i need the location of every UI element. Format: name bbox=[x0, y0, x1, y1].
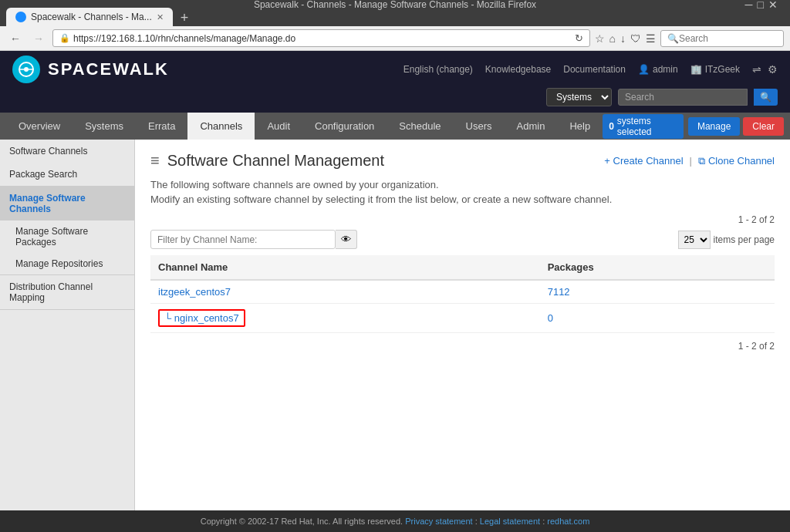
menu-icon[interactable]: ☰ bbox=[646, 32, 656, 45]
content-area: ≡ Software Channel Management + Create C… bbox=[135, 140, 790, 532]
systems-search-input[interactable] bbox=[618, 89, 748, 106]
browser-chrome: Spacewalk - Channels - Manage Software C… bbox=[0, 0, 790, 26]
close-icon[interactable]: ✕ bbox=[768, 0, 778, 11]
sidebar-item-software-channels[interactable]: Software Channels bbox=[0, 140, 134, 163]
legal-link[interactable]: Legal statement bbox=[480, 517, 540, 526]
filter-icon-button[interactable]: 👁 bbox=[336, 230, 357, 249]
items-per-page-select[interactable]: 25 bbox=[678, 231, 711, 249]
download-icon[interactable]: ↓ bbox=[620, 32, 626, 45]
footer: Copyright © 2002-17 Red Hat, Inc. All ri… bbox=[0, 510, 790, 532]
nav-errata[interactable]: Errata bbox=[136, 113, 187, 140]
systems-dropdown[interactable]: Systems bbox=[546, 88, 612, 106]
logo-icon bbox=[12, 56, 40, 83]
toolbar-icons: ☆ ⌂ ↓ 🛡 ☰ bbox=[595, 32, 656, 45]
pagination-bottom: 1 - 2 of 2 bbox=[150, 341, 775, 352]
shield-icon[interactable]: 🛡 bbox=[630, 32, 641, 45]
channel-packages-cell: 0 bbox=[540, 304, 775, 333]
language-link[interactable]: English (change) bbox=[403, 64, 473, 75]
browser-search-input[interactable] bbox=[679, 33, 771, 44]
tab-bar: Spacewalk - Channels - Ma... ✕ + bbox=[6, 8, 784, 26]
settings-icon[interactable]: ⚙ bbox=[768, 63, 778, 76]
privacy-link[interactable]: Privacy statement bbox=[405, 517, 472, 526]
manage-button[interactable]: Manage bbox=[688, 117, 740, 136]
systems-bar: Systems 🔍 bbox=[0, 88, 790, 113]
table-row: └ nginx_centos70 bbox=[150, 304, 775, 333]
nav-systems[interactable]: Systems bbox=[73, 113, 136, 140]
channel-packages-cell: 7112 bbox=[540, 280, 775, 304]
main-nav: Overview Systems Errata Channels Audit C… bbox=[0, 113, 790, 140]
org-name: 🏢 ITzGeek bbox=[690, 64, 740, 75]
channel-name-link[interactable]: itzgeek_centos7 bbox=[158, 286, 231, 298]
title-bar: Spacewalk - Channels - Manage Software C… bbox=[6, 5, 784, 8]
clone-channel-link[interactable]: ⧉ Clone Channel bbox=[698, 155, 775, 167]
sidebar-item-package-search[interactable]: Package Search bbox=[0, 163, 134, 186]
nav-users[interactable]: Users bbox=[454, 113, 505, 140]
sidebar-item-manage-repositories[interactable]: Manage Repositories bbox=[0, 253, 134, 274]
page-description1: The following software channels are owne… bbox=[150, 179, 775, 190]
create-channel-link[interactable]: + Create Channel bbox=[604, 155, 683, 167]
connect-icon[interactable]: ⇌ bbox=[752, 63, 761, 76]
active-tab[interactable]: Spacewalk - Channels - Ma... ✕ bbox=[6, 8, 173, 26]
sidebar-item-manage-software-channels[interactable]: Manage Software Channels bbox=[0, 187, 134, 221]
systems-selected-label: systems selected bbox=[617, 116, 677, 137]
channels-table-body: itzgeek_centos77112└ nginx_centos70 bbox=[150, 280, 775, 333]
clear-button[interactable]: Clear bbox=[743, 117, 784, 136]
filter-channel-input[interactable] bbox=[150, 230, 336, 249]
logo-text: SPACEWALK bbox=[48, 59, 169, 79]
spacewalk-logo: SPACEWALK bbox=[12, 56, 169, 83]
forward-button[interactable]: → bbox=[29, 31, 48, 46]
main-layout: Software Channels Package Search Manage … bbox=[0, 140, 790, 532]
clone-icon: ⧉ bbox=[698, 155, 705, 167]
new-tab-button[interactable]: + bbox=[174, 10, 195, 26]
nav-overview[interactable]: Overview bbox=[6, 113, 73, 140]
home-icon[interactable]: ⌂ bbox=[609, 32, 616, 45]
nav-admin[interactable]: Admin bbox=[505, 113, 558, 140]
nav-help[interactable]: Help bbox=[557, 113, 603, 140]
sidebar-section-channels: Software Channels Package Search bbox=[0, 140, 134, 187]
back-button[interactable]: ← bbox=[6, 31, 25, 46]
bookmark-icon[interactable]: ☆ bbox=[595, 32, 605, 45]
nav-channels[interactable]: Channels bbox=[187, 113, 255, 140]
nav-audit[interactable]: Audit bbox=[255, 113, 302, 140]
browser-search-bar[interactable]: 🔍 bbox=[660, 30, 784, 47]
sidebar-section-manage: Manage Software Channels Manage Software… bbox=[0, 187, 134, 275]
nav-schedule[interactable]: Schedule bbox=[387, 113, 453, 140]
svg-point-1 bbox=[24, 67, 29, 72]
systems-search-button[interactable]: 🔍 bbox=[754, 89, 778, 106]
sidebar: Software Channels Package Search Manage … bbox=[0, 140, 135, 532]
window-controls[interactable]: ─ □ ✕ bbox=[745, 0, 778, 11]
channel-name-cell: └ nginx_centos7 bbox=[150, 304, 540, 333]
table-row: itzgeek_centos77112 bbox=[150, 280, 775, 304]
logo-svg bbox=[18, 61, 35, 78]
close-tab-icon[interactable]: ✕ bbox=[157, 12, 164, 22]
items-per-page: 25 items per page bbox=[678, 231, 775, 249]
filter-input-group: 👁 bbox=[150, 230, 357, 249]
maximize-icon[interactable]: □ bbox=[758, 0, 764, 11]
refresh-icon[interactable]: ↻ bbox=[575, 32, 583, 44]
admin-label[interactable]: admin bbox=[653, 64, 678, 75]
admin-user: 👤 admin bbox=[638, 64, 678, 75]
org-label[interactable]: ITzGeek bbox=[705, 64, 740, 75]
sidebar-item-distribution-channel-mapping[interactable]: Distribution Channel Mapping bbox=[0, 275, 134, 309]
minimize-icon[interactable]: ─ bbox=[745, 0, 753, 11]
systems-selected-count: 0 bbox=[609, 121, 614, 132]
action-separator: | bbox=[690, 155, 692, 167]
page-title: Software Channel Management bbox=[167, 152, 384, 170]
nav-configuration[interactable]: Configuration bbox=[302, 113, 387, 140]
footer-copyright: Copyright © 2002-17 Red Hat, Inc. All ri… bbox=[201, 517, 403, 526]
channel-packages-link[interactable]: 7112 bbox=[548, 286, 570, 298]
channel-packages-link[interactable]: 0 bbox=[548, 312, 553, 324]
table-header-row: Channel Name Packages bbox=[150, 255, 775, 280]
documentation-link[interactable]: Documentation bbox=[563, 64, 626, 75]
url-bar[interactable]: 🔒 https://192.168.1.10/rhn/channels/mana… bbox=[52, 29, 590, 47]
pagination-top: 1 - 2 of 2 bbox=[150, 214, 775, 225]
channel-sub-name[interactable]: └ nginx_centos7 bbox=[158, 309, 245, 327]
items-per-page-label: items per page bbox=[714, 234, 775, 245]
sidebar-item-manage-software-packages[interactable]: Manage Software Packages bbox=[0, 221, 134, 253]
redhat-link[interactable]: redhat.com bbox=[547, 517, 589, 526]
url-text: https://192.168.1.10/rhn/channels/manage… bbox=[73, 33, 572, 44]
page-icon: ≡ bbox=[150, 152, 160, 170]
app-header: SPACEWALK English (change) Knowledgebase… bbox=[0, 51, 790, 88]
knowledgebase-link[interactable]: Knowledgebase bbox=[485, 64, 551, 75]
page-header: ≡ Software Channel Management + Create C… bbox=[150, 152, 775, 170]
